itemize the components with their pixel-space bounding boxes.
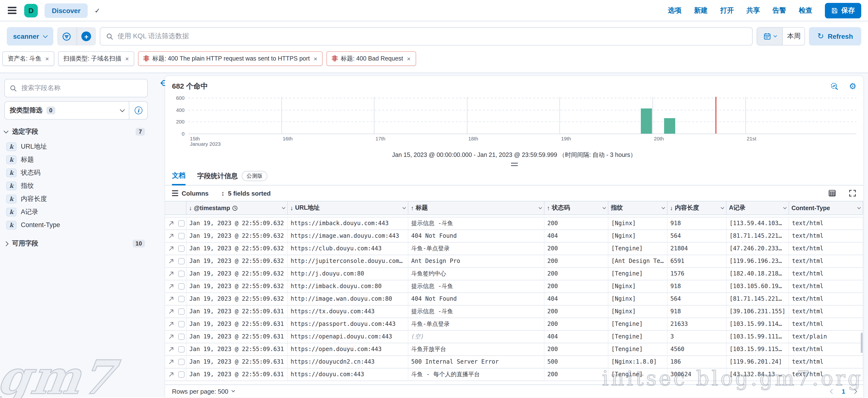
column-header[interactable]: ↓@timestamp [186, 201, 288, 214]
row-checkbox[interactable] [178, 245, 185, 252]
row-checkbox[interactable] [178, 233, 185, 239]
vertical-scrollbar-thumb[interactable] [861, 333, 863, 353]
expand-document-button[interactable] [165, 331, 177, 343]
gear-icon[interactable]: ⚙ [849, 82, 857, 91]
display-options-icon[interactable] [828, 189, 836, 197]
histogram[interactable]: 020040060015th16th17th18th19th20th21stJa… [165, 93, 857, 147]
column-header[interactable]: ↓内容长度 [668, 201, 726, 214]
row-checkbox[interactable] [178, 283, 185, 290]
chevron-down-icon[interactable] [721, 205, 724, 209]
discover-nav-pill[interactable]: Discover [44, 3, 88, 18]
next-page-icon[interactable] [852, 389, 857, 394]
selected-fields-section-header[interactable]: 选定字段 7 [4, 127, 148, 136]
menu-hamburger-icon[interactable] [8, 7, 17, 14]
column-header[interactable]: ↑标题 [408, 201, 545, 214]
histogram-bar[interactable] [641, 108, 652, 134]
filter-pill[interactable]: 资产名: 斗鱼× [2, 51, 54, 66]
row-checkbox[interactable] [178, 258, 185, 264]
expand-document-button[interactable] [165, 343, 177, 355]
page-number[interactable]: 1 [842, 388, 845, 395]
tab-field-statistics[interactable]: 字段统计信息 公测版 [197, 168, 268, 185]
column-header[interactable]: ↓URL地址 [288, 201, 408, 214]
expand-document-button[interactable] [165, 293, 177, 305]
row-checkbox[interactable] [178, 346, 185, 353]
expand-document-button[interactable] [165, 268, 177, 280]
close-icon[interactable]: × [314, 55, 317, 62]
chevron-down-icon[interactable] [538, 205, 542, 209]
topnav-link[interactable]: 新建 [694, 6, 708, 15]
topnav-link[interactable]: 共享 [746, 6, 760, 15]
close-icon[interactable]: × [45, 55, 49, 62]
column-header[interactable]: 指纹 [609, 201, 668, 214]
chevron-down-icon[interactable] [662, 205, 665, 209]
row-checkbox[interactable] [178, 308, 185, 315]
kql-search-input[interactable]: 使用 KQL 语法筛选数据 [99, 27, 753, 45]
column-header[interactable]: Content-Type [789, 201, 863, 214]
table-cell: 404 Not Found [408, 230, 545, 242]
chevron-down-icon[interactable] [857, 205, 861, 209]
filter-pill[interactable]: 非标题: 400 Bad Request× [327, 51, 416, 66]
filter-pill[interactable]: 扫描类型: 子域名扫描× [58, 51, 134, 66]
topnav-link[interactable]: 选项 [668, 6, 682, 15]
save-button[interactable]: 保存 [825, 3, 861, 18]
check-icon[interactable]: ✓ [94, 6, 100, 14]
column-header[interactable]: A记录 [726, 201, 789, 214]
row-checkbox[interactable] [178, 321, 185, 327]
row-checkbox[interactable] [178, 271, 185, 277]
expand-document-button[interactable] [165, 368, 177, 380]
columns-button[interactable]: Columns [172, 190, 209, 197]
expand-document-button[interactable] [165, 218, 177, 230]
topnav-link[interactable]: 检查 [799, 6, 812, 15]
row-checkbox[interactable] [178, 334, 185, 340]
refresh-button[interactable]: ↻ Refresh [809, 27, 861, 45]
fullscreen-icon[interactable] [848, 189, 857, 197]
sort-fields-button[interactable]: ↕ 5 fields sorted [221, 189, 271, 197]
sidebar-field-item[interactable]: kContent-Type [4, 219, 148, 231]
resize-handle[interactable] [165, 163, 863, 166]
available-fields-section-header[interactable]: 可用字段 10 [4, 239, 148, 248]
chevron-down-icon[interactable] [403, 205, 406, 209]
row-checkbox[interactable] [178, 359, 185, 365]
expand-document-button[interactable] [165, 305, 177, 318]
calendar-menu-button[interactable] [757, 28, 783, 45]
field-search-input[interactable]: 搜索字段名称 [4, 79, 148, 97]
column-header[interactable]: ↑状态码 [545, 201, 609, 214]
topnav-link[interactable]: 告警 [773, 6, 786, 15]
tab-documents[interactable]: 文档 [172, 168, 186, 185]
sidebar-field-item[interactable]: k标题 [4, 153, 148, 166]
field-info-button[interactable]: i [129, 102, 147, 119]
expand-document-button[interactable] [165, 255, 177, 267]
expand-document-button[interactable] [165, 280, 177, 293]
filter-pill[interactable]: 非标题: 400 The plain HTTP request was sent… [138, 51, 322, 66]
row-checkbox[interactable] [178, 371, 185, 378]
previous-page-icon[interactable] [830, 389, 835, 394]
expand-document-button[interactable] [165, 230, 177, 242]
sidebar-field-item[interactable]: k内容长度 [4, 192, 148, 205]
chevron-down-icon[interactable] [282, 205, 285, 209]
sidebar-field-item[interactable]: kA记录 [4, 205, 148, 219]
sidebar-field-item[interactable]: k指纹 [4, 179, 148, 192]
chevron-down-icon[interactable] [602, 205, 606, 209]
app-logo[interactable]: D [24, 4, 38, 17]
expand-document-button[interactable] [165, 318, 177, 330]
data-view-selector[interactable]: scanner [7, 27, 53, 45]
saved-query-menu-button[interactable] [57, 27, 76, 45]
expand-document-button[interactable] [165, 356, 177, 368]
add-filter-button[interactable]: + [76, 27, 96, 45]
row-checkbox[interactable] [178, 220, 185, 227]
inspect-chart-icon[interactable] [830, 82, 838, 91]
rows-per-page-button[interactable]: Rows per page: 500 [172, 388, 235, 395]
table-cell: http://image.wan.douyu.com:80 [288, 293, 408, 305]
expand-document-button[interactable] [165, 242, 177, 255]
table-cell: https://image.wan.douyu.com:443 [288, 230, 408, 242]
histogram-bar[interactable] [664, 118, 675, 134]
chevron-down-icon[interactable] [783, 205, 786, 209]
sidebar-field-item[interactable]: k状态码 [4, 166, 148, 179]
close-icon[interactable]: × [407, 55, 410, 62]
topnav-link[interactable]: 打开 [720, 6, 734, 15]
close-icon[interactable]: × [125, 55, 129, 62]
time-range-label[interactable]: 本周 [783, 28, 805, 45]
filter-by-type-button[interactable]: 按类型筛选 0 [5, 102, 129, 119]
row-checkbox[interactable] [178, 296, 185, 302]
sidebar-field-item[interactable]: kURL地址 [4, 140, 148, 153]
